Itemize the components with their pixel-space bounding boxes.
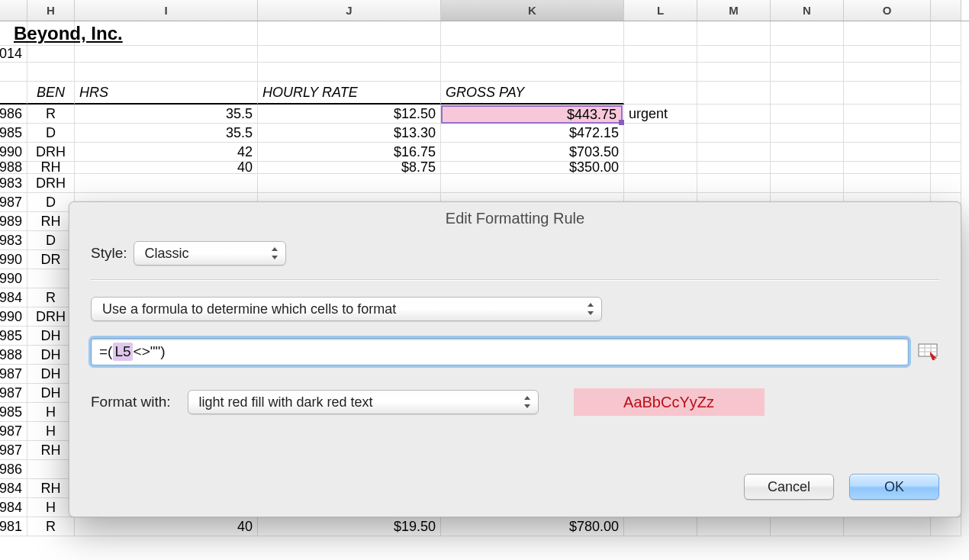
col-heading-ben[interactable]: BEN bbox=[27, 82, 75, 105]
cell[interactable]: 40 bbox=[75, 517, 258, 536]
cell[interactable]: RH bbox=[27, 212, 75, 231]
cell[interactable]: 42 bbox=[75, 143, 258, 162]
range-picker-button[interactable] bbox=[916, 342, 939, 362]
cancel-button[interactable]: Cancel bbox=[744, 474, 834, 500]
ok-button[interactable]: OK bbox=[849, 474, 939, 500]
column-header-tail[interactable] bbox=[931, 0, 961, 21]
cell[interactable]: $8.75 bbox=[258, 162, 441, 174]
cell[interactable]: 014 bbox=[0, 46, 27, 63]
cell[interactable]: 987 bbox=[0, 422, 27, 441]
range-picker-icon bbox=[918, 343, 938, 360]
col-heading-gross[interactable]: GROSS PAY bbox=[441, 82, 624, 105]
cell[interactable]: DRH bbox=[27, 307, 75, 327]
cell[interactable]: D bbox=[27, 231, 75, 250]
column-header[interactable]: I bbox=[75, 0, 258, 21]
cell[interactable]: $13.30 bbox=[258, 124, 441, 143]
formula-input[interactable]: =(L5<>"") bbox=[91, 338, 909, 365]
page-title: Beyond, Inc. bbox=[9, 21, 127, 46]
style-label: Style: bbox=[91, 245, 127, 262]
cell[interactable]: $472.15 bbox=[441, 124, 624, 143]
cell[interactable]: 981 bbox=[0, 517, 27, 536]
cell[interactable]: 984 bbox=[0, 288, 27, 307]
formula-text: =( bbox=[99, 343, 112, 360]
cell[interactable]: 40 bbox=[75, 162, 258, 174]
cell[interactable]: D bbox=[27, 193, 75, 212]
cell[interactable]: 989 bbox=[0, 212, 27, 231]
cell[interactable]: 988 bbox=[0, 346, 27, 365]
cell[interactable]: DRH bbox=[27, 143, 75, 162]
cell[interactable]: DH bbox=[27, 365, 75, 384]
cell[interactable]: H bbox=[27, 422, 75, 441]
format-with-value: light red fill with dark red text bbox=[199, 394, 373, 410]
cell[interactable]: R bbox=[27, 517, 75, 536]
cancel-button-label: Cancel bbox=[768, 479, 810, 495]
style-select[interactable]: Classic bbox=[134, 241, 286, 266]
cell[interactable] bbox=[27, 460, 75, 479]
cell[interactable]: 986 bbox=[0, 460, 27, 479]
column-header-selected[interactable]: K bbox=[441, 0, 624, 21]
cell[interactable]: R bbox=[27, 105, 75, 124]
cell[interactable]: R bbox=[27, 288, 75, 307]
style-select-value: Classic bbox=[145, 246, 189, 262]
chevron-updown-icon bbox=[586, 303, 595, 315]
cell[interactable]: 987 bbox=[0, 441, 27, 460]
page-title-text: Beyond, Inc. bbox=[14, 23, 123, 43]
column-header[interactable]: N bbox=[771, 0, 844, 21]
format-preview-text: AaBbCcYyZz bbox=[623, 394, 714, 411]
col-heading-hrs[interactable]: HRS bbox=[75, 82, 258, 105]
cell[interactable]: DH bbox=[27, 346, 75, 365]
cell[interactable]: $16.75 bbox=[258, 143, 441, 162]
cell[interactable]: 35.5 bbox=[75, 124, 258, 143]
cell[interactable]: H bbox=[27, 403, 75, 422]
column-header-row: H I J K L M N O bbox=[0, 0, 969, 21]
cell[interactable]: $780.00 bbox=[441, 517, 624, 536]
format-preview: AaBbCcYyZz bbox=[574, 388, 765, 416]
dialog-button-bar: Cancel OK bbox=[744, 474, 939, 500]
cell[interactable]: DRH bbox=[27, 174, 75, 193]
cell[interactable]: 984 bbox=[0, 479, 27, 498]
cell[interactable]: $12.50 bbox=[258, 105, 441, 124]
cell-selected[interactable] bbox=[441, 105, 624, 124]
cell[interactable]: $19.50 bbox=[258, 517, 441, 536]
col-heading-hourly[interactable]: HOURLY RATE bbox=[258, 82, 441, 105]
cell[interactable]: DR bbox=[27, 250, 75, 269]
cell[interactable]: 984 bbox=[0, 498, 27, 517]
cell[interactable]: 990 bbox=[0, 269, 27, 288]
cell[interactable]: 983 bbox=[0, 174, 27, 193]
cell[interactable] bbox=[27, 269, 75, 288]
column-header-blank[interactable] bbox=[0, 0, 27, 21]
dialog-title: Edit Formatting Rule bbox=[69, 202, 961, 237]
cell[interactable]: 990 bbox=[0, 250, 27, 269]
rule-type-select[interactable]: Use a formula to determine which cells t… bbox=[91, 297, 602, 321]
cell[interactable]: $703.50 bbox=[441, 143, 624, 162]
cell[interactable]: 987 bbox=[0, 193, 27, 212]
column-header[interactable]: J bbox=[258, 0, 441, 21]
cell[interactable]: 990 bbox=[0, 143, 27, 162]
cell[interactable]: 35.5 bbox=[75, 105, 258, 124]
format-with-select[interactable]: light red fill with dark red text bbox=[188, 390, 539, 414]
cell[interactable]: RH bbox=[27, 479, 75, 498]
column-header[interactable]: L bbox=[624, 0, 697, 21]
cell[interactable]: 985 bbox=[0, 124, 27, 143]
cell[interactable]: D bbox=[27, 124, 75, 143]
cell[interactable]: urgent bbox=[624, 105, 697, 124]
cell[interactable]: 990 bbox=[0, 307, 27, 327]
cell[interactable]: DH bbox=[27, 384, 75, 403]
cell[interactable]: 988 bbox=[0, 162, 27, 174]
cell[interactable]: 983 bbox=[0, 231, 27, 250]
column-header[interactable]: O bbox=[844, 0, 931, 21]
cell[interactable]: H bbox=[27, 498, 75, 517]
formula-text: <>"") bbox=[134, 343, 166, 360]
cell[interactable]: 987 bbox=[0, 365, 27, 384]
cell[interactable]: RH bbox=[27, 162, 75, 174]
cell[interactable]: DH bbox=[27, 327, 75, 346]
cell[interactable]: $350.00 bbox=[441, 162, 624, 174]
cell[interactable]: 985 bbox=[0, 403, 27, 422]
rule-type-value: Use a formula to determine which cells t… bbox=[102, 301, 396, 317]
cell[interactable]: 986 bbox=[0, 105, 27, 124]
column-header[interactable]: M bbox=[697, 0, 771, 21]
column-header[interactable]: H bbox=[27, 0, 75, 21]
cell[interactable]: RH bbox=[27, 441, 75, 460]
cell[interactable]: 987 bbox=[0, 384, 27, 403]
cell[interactable]: 985 bbox=[0, 327, 27, 346]
